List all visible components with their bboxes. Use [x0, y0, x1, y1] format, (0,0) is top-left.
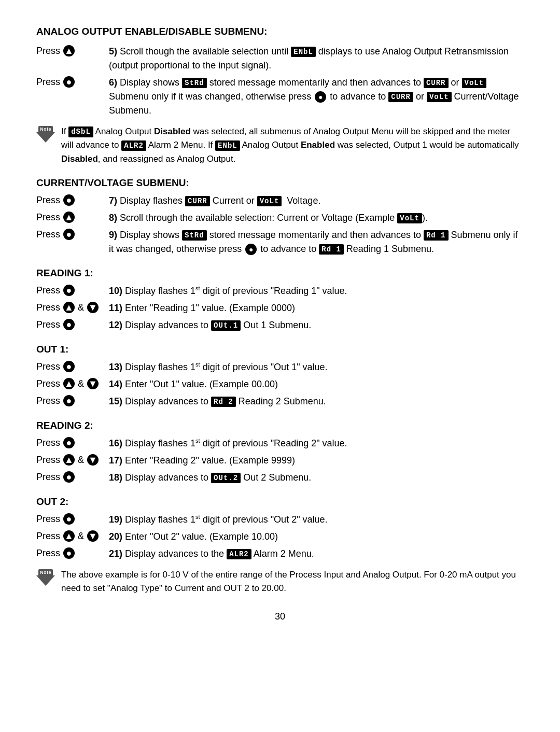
lcd-rd1-2-9: Rd 1 — [319, 244, 344, 255]
press-row-18: Press ● 18) Display advances to OUt.2 Ou… — [36, 471, 524, 485]
enter-inline-9[interactable]: ● — [245, 244, 257, 255]
press-label-12: Press ● — [36, 318, 109, 330]
lcd-out2-18: OUt.2 — [211, 473, 241, 483]
press-content-15: 15) Display advances to Rd 2 Reading 2 S… — [109, 395, 524, 409]
lcd-volt-7: VoLt — [257, 196, 282, 206]
press-row-19: Press ● 19) Display flashes 1st digit of… — [36, 513, 524, 527]
lcd-alr2-note: ALR2 — [121, 140, 146, 151]
press-row-5: Press ▲ 5) Scroll though the available s… — [36, 45, 524, 73]
up-button-8[interactable]: ▲ — [63, 212, 75, 223]
press-label-15: Press ● — [36, 395, 109, 406]
enter-button-6[interactable]: ● — [63, 76, 75, 88]
press-content-10: 10) Display flashes 1st digit of previou… — [109, 284, 524, 298]
enter-button-9[interactable]: ● — [63, 229, 75, 240]
down-button-20[interactable]: ▼ — [87, 530, 99, 542]
press-text-11: Press — [36, 302, 60, 313]
ampersand-11: & — [78, 302, 84, 313]
press-text-12: Press — [36, 319, 60, 330]
press-label-11: Press ▲ & ▼ — [36, 301, 109, 313]
press-text-18: Press — [36, 472, 60, 483]
up-button-11[interactable]: ▲ — [63, 302, 75, 313]
disabled-bold: Disabled — [154, 126, 191, 136]
reading2-title: READING 2: — [36, 420, 524, 431]
press-label-19: Press ● — [36, 513, 109, 525]
out2-section: OUT 2: Press ● 19) Display flashes 1st d… — [36, 496, 524, 561]
press-label-10: Press ● — [36, 284, 109, 296]
press-label-9: Press ● — [36, 228, 109, 240]
press-text-10: Press — [36, 285, 60, 296]
press-content-19: 19) Display flashes 1st digit of previou… — [109, 513, 524, 527]
press-content-17: 17) Enter "Reading 2" value. (Example 99… — [109, 454, 524, 468]
up-button-14[interactable]: ▲ — [63, 378, 75, 389]
press-row-17: Press ▲ & ▼ 17) Enter "Reading 2" value.… — [36, 454, 524, 468]
out2-title: OUT 2: — [36, 496, 524, 508]
lcd-rd2-15: Rd 2 — [211, 397, 236, 407]
press-content-16: 16) Display flashes 1st digit of previou… — [109, 437, 524, 451]
out1-title: OUT 1: — [36, 344, 524, 355]
press-row-16: Press ● 16) Display flashes 1st digit of… — [36, 437, 524, 451]
enter-button-13[interactable]: ● — [63, 361, 75, 372]
lcd-curr2-6: CURR — [388, 92, 413, 102]
press-text-6: Press — [36, 77, 60, 88]
press-label-8: Press ▲ — [36, 211, 109, 223]
press-content-7: 7) Display flashes CURR Current or VoLt … — [109, 194, 524, 208]
press-text-9: Press — [36, 229, 60, 240]
out1-section: OUT 1: Press ● 13) Display flashes 1st d… — [36, 344, 524, 409]
enter-button-18[interactable]: ● — [63, 471, 75, 483]
press-text-7: Press — [36, 195, 60, 206]
enter-button-10[interactable]: ● — [63, 285, 75, 296]
lcd-curr-6: CURR — [424, 78, 449, 88]
note-icon-analog: Note — [36, 126, 55, 143]
enter-button-12[interactable]: ● — [63, 319, 75, 330]
enabled-bold: Enabled — [301, 140, 335, 150]
enter-button-16[interactable]: ● — [63, 437, 75, 448]
lcd-strd-9: StRd — [182, 230, 207, 241]
reading1-section: READING 1: Press ● 10) Display flashes 1… — [36, 268, 524, 332]
press-content-20: 20) Enter "Out 2" value. (Example 10.00) — [109, 530, 524, 544]
enter-button-19[interactable]: ● — [63, 513, 75, 525]
press-content-12: 12) Display advances to OUt.1 Out 1 Subm… — [109, 318, 524, 332]
lcd-alr2-21: ALR2 — [227, 549, 251, 559]
up-button-20[interactable]: ▲ — [63, 530, 75, 542]
ampersand-17: & — [78, 455, 84, 466]
analog-output-section: ANALOG OUTPUT ENABLE/DISABLE SUBMENU: Pr… — [36, 26, 524, 166]
lcd-curr-7: CURR — [185, 196, 210, 206]
down-button-17[interactable]: ▼ — [87, 454, 99, 466]
note-label-bottom: Note — [38, 569, 53, 575]
press-text-17: Press — [36, 455, 60, 466]
press-label-7: Press ● — [36, 194, 109, 206]
press-label-14: Press ▲ & ▼ — [36, 377, 109, 389]
press-row-10: Press ● 10) Display flashes 1st digit of… — [36, 284, 524, 298]
press-label-17: Press ▲ & ▼ — [36, 454, 109, 466]
up-button-17[interactable]: ▲ — [63, 454, 75, 466]
reading1-title: READING 1: — [36, 268, 524, 279]
enter-inline-6[interactable]: ● — [315, 91, 326, 103]
ampersand-20: & — [78, 531, 84, 542]
note-triangle-bottom — [36, 575, 55, 586]
press-label-21: Press ● — [36, 547, 109, 559]
lcd-volt2-6: VoLt — [427, 92, 452, 102]
press-row-7: Press ● 7) Display flashes CURR Current … — [36, 194, 524, 208]
enter-button-7[interactable]: ● — [63, 194, 75, 206]
press-content-9: 9) Display shows StRd stored message mom… — [109, 228, 524, 256]
enter-button-15[interactable]: ● — [63, 395, 75, 406]
press-content-14: 14) Enter "Out 1" value. (Example 00.00) — [109, 377, 524, 391]
press-row-14: Press ▲ & ▼ 14) Enter "Out 1" value. (Ex… — [36, 377, 524, 391]
press-text-16: Press — [36, 438, 60, 448]
lcd-dsbl-note: dSbL — [68, 126, 93, 137]
down-button-11[interactable]: ▼ — [87, 302, 99, 313]
press-content-5: 5) Scroll though the available selection… — [109, 45, 524, 73]
current-voltage-section: CURRENT/VOLTAGE SUBMENU: Press ● 7) Disp… — [36, 177, 524, 256]
press-text-21: Press — [36, 548, 60, 559]
press-row-8: Press ▲ 8) Scroll through the available … — [36, 211, 524, 225]
down-button-14[interactable]: ▼ — [87, 378, 99, 389]
press-row-21: Press ● 21) Display advances to the ALR2… — [36, 547, 524, 561]
enter-button-21[interactable]: ● — [63, 547, 75, 559]
press-content-6: 6) Display shows StRd stored message mom… — [109, 76, 524, 118]
press-content-11: 11) Enter "Reading 1" value. (Example 00… — [109, 301, 524, 315]
lcd-volt-8: VoLt — [397, 213, 422, 223]
press-row-11: Press ▲ & ▼ 11) Enter "Reading 1" value.… — [36, 301, 524, 315]
lcd-rd1-9: Rd 1 — [424, 230, 449, 241]
up-button-5[interactable]: ▲ — [63, 45, 75, 57]
lcd-volt-6: VoLt — [462, 78, 487, 88]
